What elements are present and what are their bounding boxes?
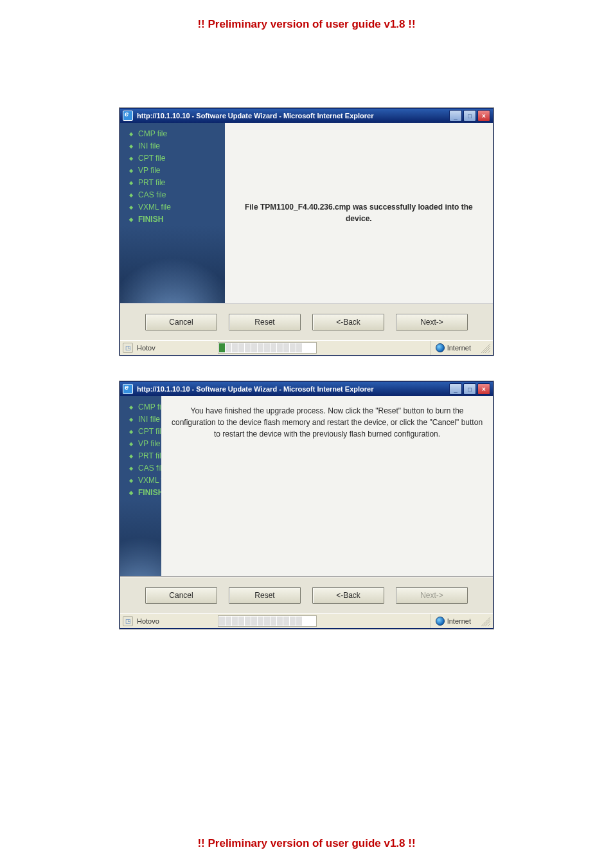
wizard-message: You have finished the upgrade process. N…	[169, 405, 485, 440]
minimize-button[interactable]: _	[449, 110, 462, 122]
ie-window-2: http://10.1.10.10 - Software Update Wiza…	[120, 381, 493, 629]
status-text: Hotovo	[137, 617, 214, 625]
step-vxml: VXML file	[129, 201, 225, 213]
sidebar-art	[120, 226, 225, 303]
ie-icon	[123, 111, 133, 121]
back-button[interactable]: <-Back	[312, 314, 384, 330]
sidebar-art	[120, 499, 161, 576]
wizard-steps: CMP file INI file CPT file VP file PRT f…	[120, 128, 225, 226]
titlebar[interactable]: http://10.1.10.10 - Software Update Wiza…	[120, 382, 493, 396]
step-finish: FINISH	[129, 487, 161, 499]
step-cas: CAS file	[129, 462, 161, 475]
client-area: CMP file INI file CPT file VP file PRT f…	[120, 123, 493, 303]
reset-button[interactable]: Reset	[229, 587, 301, 604]
resize-grip[interactable]	[480, 616, 490, 626]
maximize-button[interactable]: □	[463, 383, 476, 395]
close-button[interactable]: ×	[477, 110, 490, 122]
wizard-main: You have finished the upgrade process. N…	[161, 396, 493, 576]
titlebar[interactable]: http://10.1.10.10 - Software Update Wiza…	[120, 109, 493, 123]
status-icon: ◳	[123, 343, 133, 353]
progress-seg	[219, 343, 225, 352]
progress-bar	[218, 615, 317, 627]
reset-button[interactable]: Reset	[229, 314, 301, 330]
cancel-button[interactable]: Cancel	[145, 587, 217, 604]
globe-icon	[436, 617, 445, 626]
window-title: http://10.1.10.10 - Software Update Wiza…	[137, 112, 449, 120]
window-buttons: _ □ ×	[449, 383, 490, 395]
step-ini: INI file	[129, 413, 161, 426]
step-cmp: CMP file	[129, 401, 161, 413]
page-footer: !! Preliminary version of user guide v1.…	[0, 837, 613, 850]
step-cmp: CMP file	[129, 128, 225, 140]
button-row: Cancel Reset <-Back Next->	[120, 303, 493, 340]
wizard-message: File TPM1100_F4.40.236.cmp was successfu…	[233, 201, 485, 224]
wizard-sidebar: CMP file INI file CPT file VP file PRT f…	[120, 123, 225, 303]
zone-label: Internet	[447, 617, 471, 625]
step-finish: FINISH	[129, 213, 225, 226]
resize-grip[interactable]	[480, 343, 490, 353]
button-row: Cancel Reset <-Back Next->	[120, 577, 493, 613]
step-ini: INI file	[129, 140, 225, 152]
globe-icon	[436, 343, 445, 352]
ie-window-1: http://10.1.10.10 - Software Update Wiza…	[120, 108, 493, 356]
window-title: http://10.1.10.10 - Software Update Wiza…	[137, 385, 449, 393]
client-area: CMP file INI file CPT file VP file PRT f…	[120, 396, 493, 577]
zone-indicator: Internet	[430, 614, 476, 628]
step-prt: PRT file	[129, 177, 225, 189]
step-cpt: CPT file	[129, 152, 225, 165]
cancel-button[interactable]: Cancel	[145, 314, 217, 330]
status-bar: ◳ Hotov Internet	[120, 340, 493, 355]
ie-icon	[123, 384, 133, 394]
step-vp: VP file	[129, 438, 161, 450]
next-button[interactable]: Next->	[396, 314, 468, 330]
step-cpt: CPT file	[129, 426, 161, 438]
document-page: !! Preliminary version of user guide v1.…	[0, 0, 613, 868]
step-prt: PRT file	[129, 450, 161, 462]
wizard-steps: CMP file INI file CPT file VP file PRT f…	[120, 401, 161, 499]
step-vxml: VXML file	[129, 475, 161, 487]
status-bar: ◳ Hotovo Internet	[120, 613, 493, 628]
progress-bar	[218, 342, 317, 354]
step-vp: VP file	[129, 165, 225, 177]
next-button: Next->	[396, 587, 468, 604]
maximize-button[interactable]: □	[463, 110, 476, 122]
window-buttons: _ □ ×	[449, 110, 490, 122]
minimize-button[interactable]: _	[449, 383, 462, 395]
status-text: Hotov	[137, 344, 214, 352]
status-icon: ◳	[123, 616, 133, 626]
back-button[interactable]: <-Back	[312, 587, 384, 604]
wizard-main: File TPM1100_F4.40.236.cmp was successfu…	[225, 123, 493, 303]
step-cas: CAS file	[129, 189, 225, 201]
zone-indicator: Internet	[430, 341, 476, 355]
zone-label: Internet	[447, 344, 471, 352]
wizard-sidebar: CMP file INI file CPT file VP file PRT f…	[120, 396, 161, 576]
page-header: !! Preliminary version of user guide v1.…	[0, 18, 613, 31]
close-button[interactable]: ×	[477, 383, 490, 395]
